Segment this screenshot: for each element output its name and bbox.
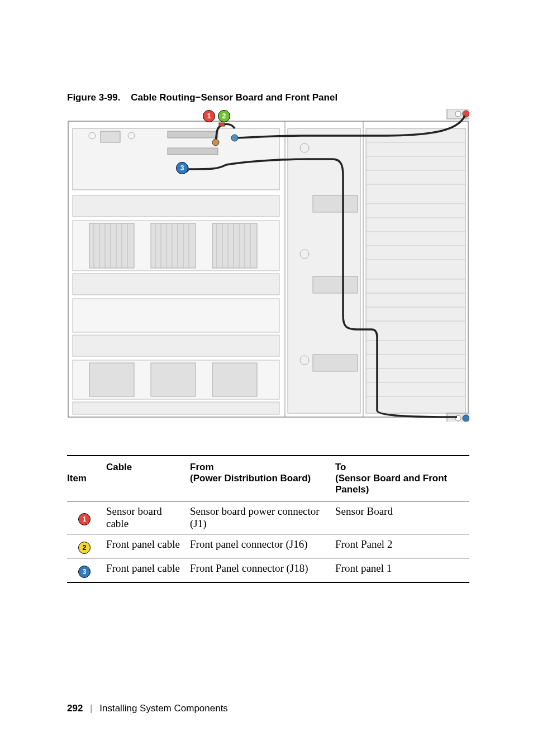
table-row: 2 Front panel cable Front panel connecto… [67, 534, 469, 558]
svg-rect-9 [73, 195, 279, 217]
col-header-cable: Cable [106, 456, 190, 501]
col-header-to-sub: (Sensor Board and Front Panels) [335, 473, 465, 495]
callout-1-text: 1 [207, 112, 211, 120]
svg-rect-48 [313, 276, 358, 293]
svg-rect-5 [168, 131, 218, 138]
col-header-from-main: From [190, 462, 214, 472]
svg-rect-15 [73, 402, 279, 414]
from-cell: Front Panel connector (J18) [190, 558, 335, 583]
svg-point-76 [231, 135, 238, 141]
svg-rect-78 [219, 123, 225, 126]
svg-rect-6 [168, 148, 218, 155]
cable-cell: Front panel cable [106, 558, 190, 583]
svg-rect-49 [313, 355, 358, 371]
svg-point-73 [463, 415, 469, 422]
item-badge-2: 2 [78, 542, 91, 554]
page-footer: 292 | Installing System Components [67, 703, 228, 714]
svg-point-75 [212, 139, 219, 146]
footer-separator: | [90, 703, 92, 714]
item-badge-cell: 2 [67, 534, 106, 558]
callout-3: 3 [176, 162, 188, 174]
cable-routing-table: Item Cable From (Power Distribution Boar… [67, 455, 469, 583]
figure-caption: Figure 3-99. Cable Routing−Sensor Board … [67, 92, 472, 103]
item-badge-cell: 1 [67, 501, 106, 534]
to-cell: Front Panel 2 [335, 534, 469, 558]
svg-rect-12 [73, 299, 279, 332]
callout-2: 2 [218, 110, 230, 122]
svg-rect-47 [313, 195, 358, 212]
col-header-to: To (Sensor Board and Front Panels) [335, 456, 469, 501]
cable-cell: Front panel cable [106, 534, 190, 558]
callout-1: 1 [203, 110, 215, 122]
item-badge-1: 1 [78, 513, 91, 525]
svg-rect-13 [73, 335, 279, 356]
callout-2-text: 2 [222, 112, 226, 120]
from-cell: Sensor board power connector (J1) [190, 501, 335, 534]
item-badge-3: 3 [78, 566, 91, 578]
diagram-cable-routing: 1 2 3 [67, 109, 469, 422]
svg-rect-19 [89, 363, 134, 396]
table-row: 3 Front panel cable Front Panel connecto… [67, 558, 469, 583]
col-header-from: From (Power Distribution Board) [190, 456, 335, 501]
svg-rect-4 [101, 131, 120, 142]
figure-caption-prefix: Figure 3-99. [67, 92, 120, 103]
col-header-to-main: To [335, 462, 346, 472]
svg-point-71 [455, 111, 461, 117]
to-cell: Sensor Board [335, 501, 469, 534]
svg-rect-50 [366, 128, 465, 413]
to-cell: Front panel 1 [335, 558, 469, 583]
footer-section: Installing System Components [99, 703, 228, 714]
svg-rect-20 [151, 363, 196, 396]
cable-cell: Sensor board cable [106, 501, 190, 534]
col-header-from-sub: (Power Distribution Board) [190, 473, 331, 484]
page-number: 292 [67, 703, 83, 714]
col-header-item: Item [67, 456, 106, 501]
svg-rect-21 [212, 363, 257, 396]
chassis-schematic [67, 109, 469, 422]
item-badge-cell: 3 [67, 558, 106, 583]
from-cell: Front panel connector (J16) [190, 534, 335, 558]
figure-caption-title: Cable Routing−Sensor Board and Front Pan… [131, 92, 337, 103]
svg-rect-11 [73, 274, 279, 295]
callout-3-text: 3 [180, 164, 184, 172]
table-row: 1 Sensor board cable Sensor board power … [67, 501, 469, 534]
